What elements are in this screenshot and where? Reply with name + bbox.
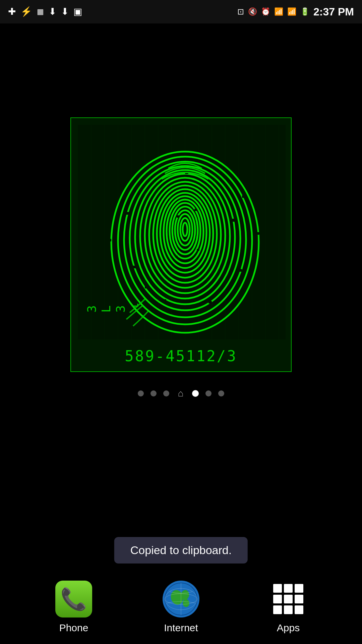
download2-icon: ⬇ — [61, 7, 69, 16]
battery-icon: 🔋 — [300, 8, 309, 15]
svg-rect-36 — [242, 195, 245, 198]
svg-rect-37 — [125, 212, 129, 215]
home-icon: ⌂ — [178, 388, 184, 399]
fp-side-text: 3L3⌐ — [84, 299, 142, 313]
svg-rect-42 — [239, 269, 242, 272]
image-icon: ▣ — [73, 7, 82, 16]
nfc-icon: ⊡ — [237, 8, 244, 16]
time-display: 2:37 PM — [313, 6, 354, 18]
globe-icon — [164, 582, 198, 616]
apps-dot-7 — [273, 605, 282, 614]
wifi-icon: 📶 — [274, 8, 283, 15]
download1-icon: ⬇ — [49, 7, 56, 16]
page-dot-1[interactable] — [138, 390, 144, 396]
page-dot-2[interactable] — [150, 390, 157, 396]
clipboard-toast: Copied to clipboard. — [114, 537, 248, 564]
add-icon: ✚ — [8, 7, 16, 16]
status-bar: ✚ ⚡ ▦ ⬇ ⬇ ▣ ⊡ 🔇 ⏰ 📶 📶 🔋 2:37 PM — [0, 0, 362, 23]
svg-rect-51 — [175, 256, 178, 258]
apps-dot-9 — [295, 605, 303, 614]
bottom-dock: 📞 Phone Internet — [0, 570, 362, 644]
apps-dot-4 — [273, 595, 282, 603]
sim-icon: ▦ — [37, 8, 44, 15]
svg-rect-45 — [162, 299, 166, 302]
signal-icon: 📶 — [287, 8, 296, 15]
phone-icon: 📞 — [60, 587, 87, 612]
svg-rect-41 — [131, 266, 136, 268]
svg-rect-43 — [145, 286, 149, 288]
apps-dot-1 — [273, 584, 282, 593]
page-dot-3[interactable] — [163, 390, 169, 396]
page-indicators: ⌂ — [138, 389, 224, 398]
page-dot-home[interactable]: ⌂ — [176, 389, 185, 398]
apps-dot-2 — [284, 584, 293, 593]
svg-rect-48 — [194, 209, 197, 211]
page-dot-6[interactable] — [218, 390, 224, 396]
fingerprint-widget: 3L3⌐ 589-45112/3 — [70, 117, 292, 372]
dock-item-phone[interactable]: 📞 Phone — [55, 581, 92, 634]
dock-item-apps[interactable]: Apps — [270, 581, 307, 634]
svg-rect-35 — [111, 185, 115, 188]
apps-dot-3 — [295, 584, 303, 593]
apps-dot-6 — [295, 595, 303, 603]
phone-label: Phone — [59, 622, 88, 634]
svg-rect-40 — [108, 239, 111, 241]
usb-icon: ⚡ — [20, 7, 32, 16]
apps-dot-5 — [284, 595, 293, 603]
status-icons-left: ✚ ⚡ ▦ ⬇ ⬇ ▣ — [8, 7, 82, 16]
svg-rect-44 — [225, 289, 229, 292]
svg-rect-50 — [197, 249, 199, 251]
internet-icon-wrapper — [163, 581, 199, 618]
apps-label: Apps — [277, 622, 300, 634]
page-dot-5[interactable] — [205, 390, 212, 396]
status-icons-right: ⊡ 🔇 ⏰ 📶 📶 🔋 2:37 PM — [237, 6, 354, 18]
page-dot-active[interactable] — [192, 390, 199, 397]
svg-rect-39 — [255, 232, 259, 235]
phone-icon-wrapper: 📞 — [55, 581, 92, 618]
svg-rect-38 — [232, 219, 235, 222]
alarm-icon: ⏰ — [261, 8, 270, 15]
fp-code: 589-45112/3 — [78, 347, 284, 365]
svg-rect-49 — [177, 215, 179, 218]
internet-label: Internet — [164, 622, 198, 634]
fingerprint-canvas: 3L3⌐ — [78, 125, 286, 339]
dock-item-internet[interactable]: Internet — [163, 581, 199, 634]
apps-icon-wrapper — [270, 581, 307, 618]
svg-rect-46 — [208, 301, 212, 304]
apps-dot-8 — [284, 605, 293, 614]
mute-icon: 🔇 — [248, 8, 257, 15]
